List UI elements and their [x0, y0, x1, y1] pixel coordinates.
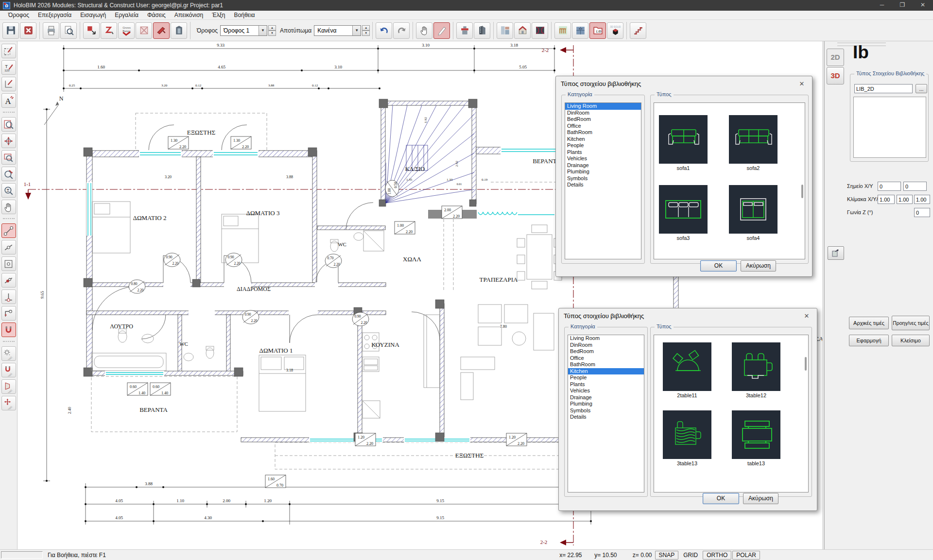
footprint-combobox[interactable]: Κανένα ▼ [314, 25, 361, 36]
tool-undo[interactable] [376, 22, 392, 39]
tool-save[interactable] [2, 22, 19, 39]
scale-x-field[interactable] [878, 195, 895, 204]
apply-button[interactable]: Εφαρμογή [849, 335, 889, 346]
tool-close-doc[interactable] [20, 22, 36, 39]
tool-room-view[interactable] [532, 22, 548, 39]
menu-7[interactable]: Έλξη [207, 11, 229, 19]
view-2d-button[interactable]: 2D [827, 49, 844, 66]
category-item-people[interactable]: People [565, 142, 641, 149]
category-listbox[interactable]: Living RoomDinRoomBedRoomOfficeBathRoomK… [568, 335, 644, 492]
library-item-sofa2[interactable]: sofa2 [729, 115, 778, 171]
scale-z-field[interactable] [914, 195, 930, 204]
scale-y-field[interactable] [897, 195, 913, 204]
library-item-table13[interactable]: table13 [732, 410, 780, 466]
tool-print[interactable] [43, 22, 59, 39]
tool-zoom-rect[interactable] [1, 150, 16, 165]
tool-solid-3d[interactable]: 3D SOLID [607, 22, 623, 39]
footprint-spinner[interactable]: ▲▼ [362, 25, 370, 36]
chevron-down-icon[interactable]: ▼ [352, 26, 361, 35]
tool-print-preview[interactable] [60, 22, 77, 39]
library-dialog-kitchen[interactable]: Τύπος στοιχείου βιβλιοθήκης ✕ Κατηγορία … [558, 308, 817, 511]
tool-corner-red[interactable] [83, 22, 100, 39]
maximize-button[interactable]: ❐ [892, 0, 913, 11]
category-item-bathroom[interactable]: BathRoom [568, 361, 644, 368]
ok-button[interactable]: OK [700, 260, 737, 272]
tool-zoom-pm[interactable]: ± [1, 183, 16, 198]
floor-combobox[interactable]: Όροφος 1 ▼ [220, 25, 267, 36]
tool-dwg-door[interactable]: DWG [1, 379, 16, 394]
type-thumbnails[interactable]: 2table113table123table13table13 [654, 335, 809, 492]
category-item-vehicles[interactable]: Vehicles [565, 155, 641, 162]
category-item-plumbing[interactable]: Plumbing [568, 401, 644, 407]
angle-field[interactable] [914, 208, 930, 217]
tool-line-2nodes[interactable] [1, 223, 16, 238]
category-item-bedroom[interactable]: BedRoom [565, 116, 641, 123]
tool-stairs[interactable] [630, 22, 646, 39]
tool-hand[interactable] [416, 22, 432, 39]
category-item-dinroom[interactable]: DinRoom [568, 342, 644, 349]
type-thumbnails[interactable]: sofa1sofa2sofa3sofa4 [654, 102, 805, 259]
category-item-drainage[interactable]: Drainage [568, 394, 644, 401]
category-item-details[interactable]: Details [568, 414, 644, 421]
toggle-snap[interactable]: SNAP [655, 551, 679, 560]
tool-letter-a[interactable]: A [1, 93, 16, 108]
minimize-button[interactable]: ─ [872, 0, 892, 11]
library-item-2table11[interactable]: 2table11 [663, 342, 711, 398]
scrollbar-thumb[interactable] [801, 185, 803, 198]
browse-button[interactable]: ... [916, 84, 927, 93]
menu-3[interactable]: Εισαγωγή [76, 11, 110, 19]
tool-column-building[interactable] [171, 22, 187, 39]
tool-elevation[interactable] [497, 22, 513, 39]
tool-gross-beton[interactable]: GrossBeton [118, 22, 135, 39]
tool-cabinets[interactable] [572, 22, 588, 39]
tool-perp-node[interactable] [1, 289, 16, 304]
category-item-vehicles[interactable]: Vehicles [568, 388, 644, 394]
menu-6[interactable]: Απεικόνιση [170, 11, 208, 19]
tool-redo[interactable] [393, 22, 410, 39]
tool-slab-x[interactable] [136, 22, 152, 39]
tool-building-slab[interactable] [456, 22, 473, 39]
menu-8[interactable]: Βοήθεια [230, 11, 259, 19]
library-item-sofa4[interactable]: sofa4 [729, 185, 778, 241]
cancel-button[interactable]: Ακύρωση [743, 493, 778, 504]
tool-hand-pan[interactable] [1, 200, 16, 214]
library-item-3table13[interactable]: 3table13 [663, 410, 711, 466]
tool-center-node[interactable] [1, 256, 16, 271]
tool-line-node[interactable] [1, 240, 16, 255]
floor-spinner[interactable]: ▲▼ [268, 25, 276, 36]
category-item-plants[interactable]: Plants [565, 149, 641, 156]
category-item-dinroom[interactable]: DinRoom [565, 110, 641, 117]
category-item-bedroom[interactable]: BedRoom [568, 348, 644, 355]
toggle-grid[interactable]: GRID [679, 551, 702, 560]
tool-dim-edit[interactable] [1, 44, 16, 58]
ok-button[interactable]: OK [703, 493, 739, 504]
tool-text-edit[interactable]: T123 [1, 60, 16, 75]
close-icon[interactable]: ✕ [801, 312, 812, 320]
category-item-living-room[interactable]: Living Room [565, 103, 641, 110]
menu-1[interactable]: Όροφος [4, 11, 34, 19]
view-3d-button[interactable]: 3D [827, 67, 844, 85]
menu-5[interactable]: Φάσεις [143, 11, 170, 19]
category-item-symbols[interactable]: Symbols [568, 407, 644, 414]
match-properties-button[interactable] [828, 246, 844, 260]
category-item-details[interactable]: Details [565, 182, 641, 188]
category-listbox[interactable]: Living RoomDinRoomBedRoomOfficeBathRoomK… [565, 102, 641, 259]
category-item-office[interactable]: Office [568, 355, 644, 362]
category-item-office[interactable]: Office [565, 123, 641, 130]
tool-dwg-magnet[interactable]: DWG [1, 363, 16, 377]
tool-zoom-rotate[interactable] [1, 167, 16, 181]
menu-2[interactable]: Επεξεργασία [34, 11, 76, 19]
category-item-kitchen[interactable]: Kitchen [568, 368, 644, 375]
tool-building-dark[interactable] [474, 22, 490, 39]
menu-4[interactable]: Εργαλεία [110, 11, 143, 19]
category-item-living-room[interactable]: Living Room [568, 335, 644, 342]
dialog-title-bar[interactable]: Τύπος στοιχείου βιβλιοθήκης ✕ [556, 76, 812, 91]
tool-house-3d[interactable] [514, 22, 531, 39]
library-item-sofa3[interactable]: sofa3 [659, 185, 708, 241]
close-button[interactable]: ✕ [913, 0, 933, 11]
library-item-sofa1[interactable]: sofa1 [659, 115, 708, 171]
tool-pencil[interactable] [433, 22, 450, 39]
dialog-title-bar[interactable]: Τύπος στοιχείου βιβλιοθήκης ✕ [559, 308, 817, 323]
tool-corner-node[interactable] [1, 306, 16, 321]
scrollbar-thumb[interactable] [805, 357, 807, 371]
